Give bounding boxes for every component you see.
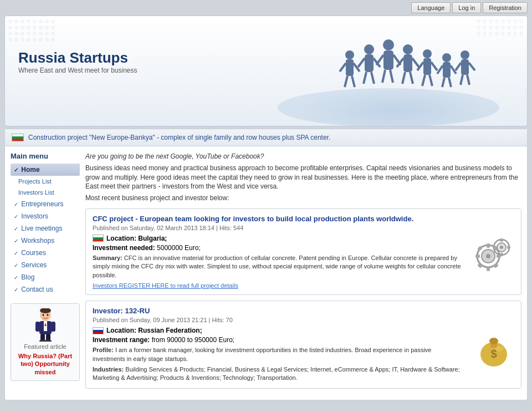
svg-rect-8: [365, 54, 374, 72]
svg-point-37: [461, 50, 469, 59]
nav-workshops[interactable]: ✓ Workshops: [11, 235, 80, 247]
svg-rect-73: [507, 246, 510, 249]
investor-info: Location: Russian Federation; Investment…: [93, 327, 464, 383]
site-header: Russia Startups Where East and West meet…: [4, 16, 528, 126]
people-silhouette: [255, 22, 521, 126]
nav-contact[interactable]: ✓ Contact us: [11, 283, 80, 296]
nav-entrepreneurs[interactable]: ✓ Entrepreneurs: [11, 198, 80, 210]
featured-label: Featured article: [16, 343, 75, 350]
svg-line-22: [412, 58, 419, 67]
featured-article: Featured article Why Russia? (Part two) …: [11, 303, 80, 381]
svg-line-35: [442, 78, 444, 87]
nav-blog[interactable]: ✓ Blog: [11, 271, 80, 283]
svg-rect-38: [461, 59, 469, 75]
svg-point-19: [403, 44, 413, 54]
nav-investors[interactable]: ✓ Investors: [11, 210, 80, 222]
nav-live-meetings[interactable]: ✓ Live meetings: [11, 222, 80, 235]
investor-body: Location: Russian Federation; Investment…: [93, 327, 514, 383]
content-layout: Main menu ✓ Home Projects List Investors…: [5, 146, 527, 400]
site-name: Russia Startups: [18, 49, 137, 67]
svg-point-76: [489, 338, 498, 344]
svg-point-55: [47, 314, 48, 316]
svg-rect-26: [423, 58, 431, 75]
svg-line-3: [340, 63, 346, 72]
svg-rect-72: [493, 246, 496, 249]
svg-point-25: [423, 49, 432, 58]
project-body: Location: Bulgaria; Investment needed: 5…: [93, 235, 514, 289]
investor-title[interactable]: Investor: 132-RU: [93, 307, 514, 315]
featured-title[interactable]: Why Russia? (Part two) Opportunity misse…: [16, 352, 75, 376]
investor-profile: Profile: I am a former bank manager, loo…: [93, 346, 464, 363]
svg-rect-14: [383, 50, 393, 70]
project-card: CFC project - European team looking for …: [85, 208, 521, 295]
registration-button[interactable]: Registration: [483, 2, 528, 13]
login-button[interactable]: Log in: [452, 2, 481, 13]
svg-line-15: [376, 55, 383, 65]
svg-rect-20: [403, 54, 412, 72]
svg-line-41: [461, 75, 463, 85]
svg-rect-49: [51, 322, 55, 332]
nav-home[interactable]: ✓ Home: [11, 164, 80, 176]
svg-rect-64: [493, 263, 499, 269]
nav-projects-list[interactable]: Projects List: [11, 176, 80, 187]
svg-rect-32: [443, 62, 451, 78]
svg-line-17: [382, 70, 385, 83]
svg-line-6: [352, 76, 355, 87]
svg-point-69: [500, 246, 503, 249]
svg-point-0: [278, 88, 499, 126]
project-register-link[interactable]: Investors REGISTER HERE to read full pro…: [93, 282, 464, 289]
investor-image: $: [470, 327, 514, 368]
main-content-wrapper: Construction project "New Europe-Bankya"…: [4, 129, 528, 400]
svg-line-39: [456, 63, 461, 70]
svg-rect-48: [35, 322, 40, 332]
header-title-area: Russia Startups Where East and West meet…: [18, 49, 137, 74]
gears-icon: [470, 235, 514, 275]
svg-line-11: [364, 72, 366, 84]
mascot-figure: [32, 308, 59, 342]
svg-rect-61: [475, 255, 480, 258]
header-illustration: [250, 16, 527, 126]
sidebar-title: Main menu: [11, 152, 80, 160]
project-title[interactable]: CFC project - European team looking for …: [93, 215, 514, 223]
svg-point-58: [486, 254, 490, 258]
nav-services[interactable]: ✓ Services: [11, 259, 80, 271]
svg-line-36: [449, 78, 451, 87]
project-flag: [93, 235, 104, 242]
svg-point-13: [383, 39, 394, 50]
dot-decoration-tl: [8, 19, 55, 48]
svg-point-78: [495, 346, 503, 352]
project-summary: Summary: CFC is an innovative material f…: [93, 254, 464, 279]
money-bag-icon: $: [470, 328, 514, 368]
site-tagline: Where East and West meet for business: [18, 67, 137, 74]
svg-point-1: [345, 50, 354, 59]
svg-point-7: [364, 44, 374, 54]
announcement-flag: [12, 134, 24, 141]
svg-rect-65: [477, 263, 483, 269]
svg-line-29: [422, 75, 425, 86]
svg-line-42: [467, 75, 469, 85]
project-info: Location: Bulgaria; Investment needed: 5…: [93, 235, 464, 289]
investor-meta: Published on Sunday, 09 June 2013 21:21 …: [93, 317, 514, 323]
investor-industries: Industries: Building Services & Products…: [93, 365, 464, 383]
svg-rect-2: [346, 59, 354, 76]
svg-rect-70: [500, 238, 503, 242]
language-button[interactable]: Language: [411, 2, 451, 13]
sidebar: Main menu ✓ Home Projects List Investors…: [11, 152, 80, 394]
investor-location: Location: Russian Federation;: [93, 327, 464, 334]
svg-rect-60: [487, 267, 490, 271]
svg-line-24: [410, 72, 413, 84]
svg-point-53: [45, 339, 52, 342]
nav-courses[interactable]: ✓ Courses: [11, 247, 80, 259]
project-image: [470, 235, 514, 276]
svg-point-54: [42, 314, 44, 316]
intro-text: Are you going to be the next Google, You…: [85, 152, 521, 203]
nav-investors-list[interactable]: Investors List: [11, 187, 80, 198]
svg-line-23: [402, 72, 405, 84]
investor-flag: [93, 327, 104, 334]
svg-line-33: [437, 65, 443, 74]
svg-rect-71: [500, 253, 503, 256]
svg-line-9: [358, 58, 365, 67]
svg-point-31: [442, 53, 451, 62]
svg-line-18: [390, 70, 393, 83]
svg-line-30: [429, 75, 432, 86]
